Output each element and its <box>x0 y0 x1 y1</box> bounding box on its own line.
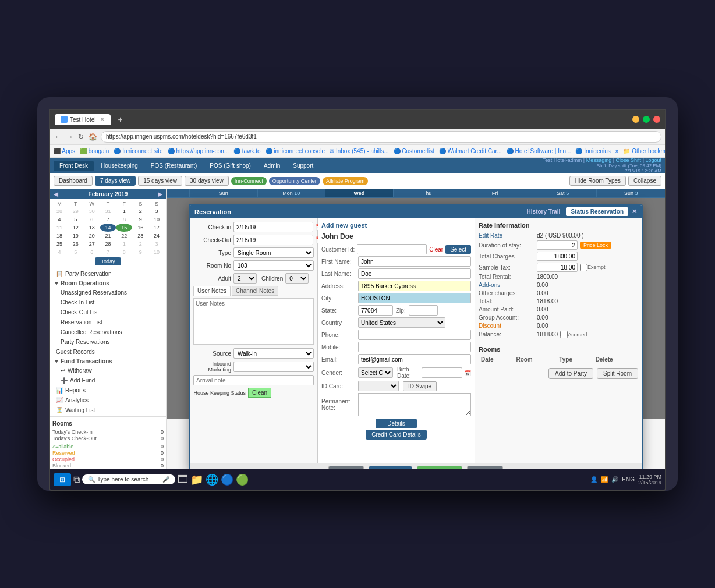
sidebar-group-room-ops[interactable]: ▼ Room Operations <box>50 279 166 288</box>
add-to-party-button[interactable]: Add to Party <box>548 368 593 379</box>
customer-id-input[interactable] <box>357 244 427 254</box>
modal-close-icon[interactable]: ✕ <box>632 208 637 215</box>
sidebar-item-reservationlist[interactable]: Reservation List <box>50 317 166 327</box>
perm-note-textarea[interactable] <box>358 393 471 416</box>
new-tab-icon[interactable]: + <box>114 115 126 124</box>
first-name-input[interactable] <box>358 256 471 267</box>
birth-calendar-icon[interactable]: 📅 <box>464 370 471 376</box>
dashboard-btn[interactable]: Dashboard <box>54 176 93 186</box>
tab-front-desk[interactable]: Front Desk <box>54 161 94 171</box>
reserve-button[interactable]: Reserve <box>369 466 412 469</box>
id-swipe-button[interactable]: ID Swipe <box>403 381 437 391</box>
bookmark-inniconnect[interactable]: 🔵 Inniconnect site <box>114 148 162 154</box>
sidebar-group-fund[interactable]: ▼ Fund Transactions <box>50 357 166 366</box>
bookmark-hotel-software[interactable]: 🔵 Hotel Software | Inn... <box>507 148 571 154</box>
forward-button[interactable]: → <box>65 133 75 141</box>
tab-pos-gift[interactable]: POS (Gift shop) <box>204 161 257 171</box>
maximize-button[interactable] <box>643 116 650 123</box>
15days-btn[interactable]: 15 days view <box>138 176 182 186</box>
bookmark-other[interactable]: 📁 Other bookmarks <box>623 148 665 154</box>
bookmark-bougain[interactable]: 🟩 bougain <box>80 148 109 154</box>
task-view-button[interactable]: ⧉ <box>73 474 80 485</box>
sidebar-item-waiting[interactable]: ⏳ Waiting List <box>50 405 166 415</box>
address-input[interactable] <box>358 281 471 291</box>
close-shift-link[interactable]: Close Shift <box>616 157 642 163</box>
cal-prev[interactable]: ◀ <box>54 191 58 197</box>
split-room-button[interactable]: Split Room <box>597 368 638 379</box>
tab-admin[interactable]: Admin <box>258 161 286 171</box>
sidebar-item-reports[interactable]: 📊 Reports <box>50 385 166 395</box>
channel-notes-tab[interactable]: Channel Notes <box>232 286 278 296</box>
phone-input[interactable] <box>358 330 471 340</box>
bookmark-more[interactable]: » <box>615 148 619 154</box>
sidebar-item-addfund[interactable]: ➕ Add Fund <box>50 376 166 385</box>
30days-btn[interactable]: 30 days view <box>185 176 229 186</box>
sidebar-item-party-reservation[interactable]: 📋 Party Reservation <box>50 269 166 279</box>
id-card-select[interactable] <box>358 381 399 391</box>
messaging-link[interactable]: Messaging <box>586 157 612 163</box>
today-button[interactable]: Today <box>95 257 121 265</box>
last-name-input[interactable] <box>358 268 471 279</box>
sidebar-item-unassigned[interactable]: Unassigned Reservations <box>50 288 166 297</box>
sidebar-item-analytics[interactable]: 📈 Analytics <box>50 395 166 405</box>
task-icon-4[interactable]: 🔵 <box>221 473 233 486</box>
task-icon-5[interactable]: 🟢 <box>236 473 249 486</box>
browser-tab[interactable]: Test Hotel ✕ <box>55 114 111 125</box>
bookmark-inn-con[interactable]: 🔵 https://app.inn-con... <box>168 148 229 154</box>
children-select[interactable]: 0 <box>285 273 309 284</box>
credit-card-details-button[interactable]: Credit Card Details <box>366 430 426 440</box>
checkin-input[interactable] <box>233 222 313 232</box>
addons-link[interactable]: Add-ons <box>479 282 537 288</box>
bookmark-apps[interactable]: ⬛ Apps <box>54 148 75 154</box>
bookmark-inniconnect-console[interactable]: 🔵 inniconnect console <box>266 148 325 154</box>
select-button[interactable]: Select <box>445 245 471 254</box>
block-button[interactable]: Block <box>328 466 364 469</box>
source-select[interactable]: Walk-in <box>233 348 314 359</box>
bookmark-tawk[interactable]: 🔵 tawk.to <box>233 148 260 154</box>
mic-icon[interactable]: 🎤 <box>162 476 169 483</box>
type-select[interactable]: Single Room <box>233 247 314 258</box>
city-input[interactable] <box>358 293 471 303</box>
close-window-button[interactable] <box>653 116 660 123</box>
tab-close-icon[interactable]: ✕ <box>100 116 105 122</box>
user-notes-tab[interactable]: User Notes <box>193 286 231 296</box>
state-input[interactable] <box>358 305 393 316</box>
details-button[interactable]: Details <box>376 419 417 428</box>
task-icon-2[interactable]: 📁 <box>190 473 203 486</box>
inbound-select[interactable] <box>233 362 314 372</box>
edit-rate-link[interactable]: Edit Rate <box>479 232 537 239</box>
tab-support[interactable]: Support <box>287 161 319 171</box>
mobile-input[interactable] <box>358 342 471 352</box>
duration-input[interactable] <box>537 240 578 250</box>
inn-connect-badge[interactable]: Inn-Connect <box>231 177 267 185</box>
tab-housekeeping[interactable]: Housekeeping <box>95 161 144 171</box>
bookmark-walmart[interactable]: 🔵 Walmart Credit Car... <box>439 148 502 154</box>
7days-btn[interactable]: 7 days view <box>95 176 136 186</box>
exempt-checkbox[interactable] <box>580 264 587 271</box>
back-button[interactable]: ← <box>54 133 63 141</box>
sidebar-item-checkout[interactable]: Check-Out List <box>50 307 166 317</box>
sidebar-item-cancelled[interactable]: Cancelled Reservations <box>50 327 166 337</box>
accrued-checkbox[interactable] <box>560 331 568 338</box>
gender-select[interactable]: Select C <box>358 367 393 378</box>
affiliate-badge[interactable]: Affiliate Program <box>323 177 368 185</box>
email-input[interactable] <box>358 354 471 364</box>
close-button[interactable]: Close <box>467 466 503 469</box>
taskbar-search[interactable]: 🔍 Type here to search 🎤 <box>82 474 175 484</box>
modal-tab-status[interactable]: Status Reservation <box>566 207 628 216</box>
bookmark-customerlist[interactable]: 🔵 Customerlist <box>394 148 434 154</box>
opportunity-badge[interactable]: Opportunity Center <box>269 177 320 185</box>
refresh-button[interactable]: ↻ <box>77 133 85 141</box>
task-icon-3[interactable]: 🌐 <box>206 473 218 486</box>
total-charges-input[interactable] <box>537 252 578 261</box>
address-bar[interactable]: https://app.inngeniuspms.com/hoteldesk?h… <box>101 131 661 143</box>
checkin-button[interactable]: Check-In <box>417 466 462 469</box>
zip-input[interactable] <box>409 305 438 316</box>
bookmark-inbox[interactable]: ✉ Inbox (545) - ahills... <box>330 148 388 154</box>
arrival-note-input[interactable] <box>193 375 314 385</box>
hide-room-types-btn[interactable]: Hide Room Types <box>569 176 626 186</box>
home-button[interactable]: 🏠 <box>87 133 98 141</box>
tab-pos-restaurant[interactable]: POS (Restaurant) <box>145 161 203 171</box>
task-icon-1[interactable]: 🗔 <box>178 473 188 486</box>
checkout-input[interactable] <box>233 235 313 245</box>
